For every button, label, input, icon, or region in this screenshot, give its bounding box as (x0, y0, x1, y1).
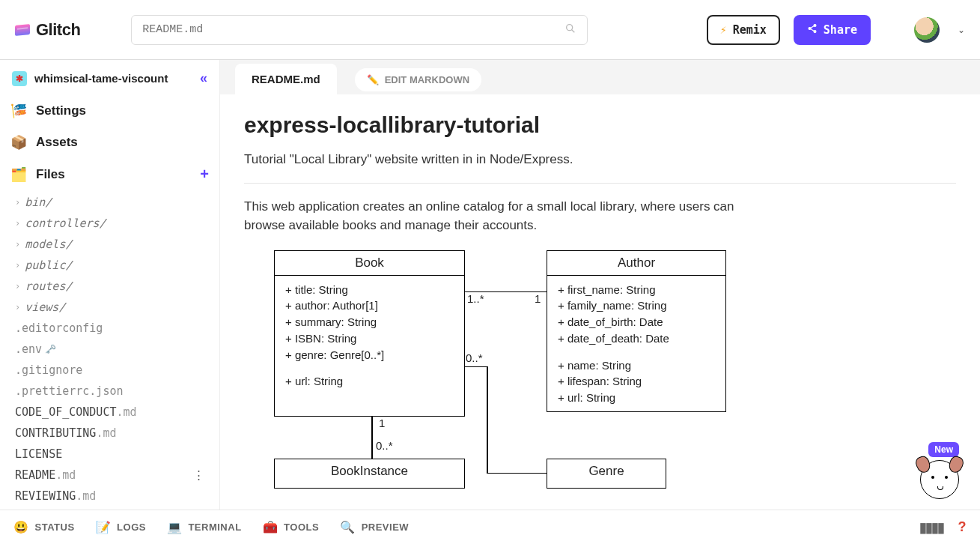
add-file-icon[interactable]: + (200, 166, 209, 183)
uml-class-genre: Genre (547, 459, 666, 489)
uml-class-book: Book + title: String+ author: Author[1]+… (274, 250, 465, 417)
avatar[interactable] (914, 17, 940, 43)
new-badge: New (928, 442, 959, 457)
uml-bookinstance-title: BookInstance (275, 459, 464, 483)
chevron-right-icon: › (15, 260, 20, 271)
share-label: Share (824, 23, 857, 37)
file-dir[interactable]: ›models/ (10, 234, 219, 255)
tabbar: README.md ✏️ EDIT MARKDOWN (220, 60, 980, 94)
glitch-mascot[interactable]: New (920, 453, 968, 505)
readme-intro: Tutorial "Local Library" website written… (244, 150, 753, 169)
uml-author-title: Author (547, 251, 725, 276)
svg-line-1 (572, 29, 575, 32)
dog-face-icon (920, 460, 959, 499)
readme-document: express-locallibrary-tutorial Tutorial "… (220, 94, 980, 510)
uml-mult-book-author-right: 1 (535, 292, 541, 305)
footer: 😃STATUS 📝LOGS 💻TERMINAL 🧰TOOLS 🔍PREVIEW … (0, 510, 980, 544)
glitch-logo-icon (15, 23, 30, 35)
file-dir[interactable]: ›controllers/ (10, 213, 219, 234)
sidebar: ✱ whimsical-tame-viscount « 🎏 Settings 📦… (0, 60, 220, 510)
sidebar-files[interactable]: 🗂️ Files + (0, 158, 219, 190)
editor-area: README.md ✏️ EDIT MARKDOWN express-local… (220, 60, 980, 510)
assets-icon: 📦 (10, 134, 27, 151)
file-item[interactable]: README.md⋮ (10, 465, 219, 486)
edit-markdown-button[interactable]: ✏️ EDIT MARKDOWN (355, 68, 481, 91)
file-item[interactable]: .prettierrc.json (10, 381, 219, 402)
file-item[interactable]: LICENSE (10, 444, 219, 465)
user-menu-caret-icon[interactable]: ⌄ (958, 25, 965, 35)
svg-point-0 (567, 24, 573, 30)
chevron-right-icon: › (15, 218, 20, 229)
svg-line-6 (811, 28, 815, 31)
key-icon: 🗝️ (45, 344, 56, 354)
footer-terminal[interactable]: 💻TERMINAL (167, 520, 242, 534)
readme-title: express-locallibrary-tutorial (244, 112, 956, 138)
uml-mult-book-genre: 0..* (466, 351, 483, 364)
file-dir[interactable]: ›routes/ (10, 276, 219, 297)
uml-line (487, 366, 488, 474)
uml-mult-book-author-left: 1..* (467, 292, 484, 305)
project-name: whimsical-tame-viscount (34, 72, 168, 85)
uml-line (465, 366, 487, 368)
footer-logs[interactable]: 📝LOGS (96, 520, 146, 534)
project-selector[interactable]: ✱ whimsical-tame-viscount « (0, 60, 219, 95)
share-button[interactable]: Share (794, 15, 871, 45)
edit-markdown-label: EDIT MARKDOWN (385, 74, 469, 85)
tab-readme[interactable]: README.md (235, 64, 337, 94)
sidebar-settings[interactable]: 🎏 Settings (0, 95, 219, 127)
footer-preview[interactable]: 🔍PREVIEW (340, 520, 409, 534)
uml-mult-book-bi-top: 1 (379, 417, 385, 429)
logs-icon: 📝 (96, 520, 112, 534)
file-item[interactable]: .editorconfig (10, 318, 219, 339)
uml-diagram: Book + title: String+ author: Author[1]+… (244, 250, 753, 510)
remix-button[interactable]: ⚡ Remix (707, 15, 780, 45)
files-icon: 🗂️ (10, 166, 27, 183)
files-label: Files (36, 167, 65, 182)
file-item[interactable]: CODE_OF_CONDUCT.md (10, 402, 219, 423)
assets-label: Assets (36, 135, 78, 150)
uml-class-author: Author + first_name: String+ family_name… (547, 250, 726, 412)
chevron-right-icon: › (15, 302, 20, 312)
file-item[interactable]: .env🗝️ (10, 339, 219, 360)
terminal-label: TERMINAL (188, 522, 241, 533)
tools-label: TOOLS (284, 522, 319, 533)
help-icon[interactable]: ? (958, 519, 967, 535)
footer-tools[interactable]: 🧰TOOLS (263, 520, 320, 534)
readme-desc: This web application creates an online c… (244, 197, 753, 235)
file-item[interactable]: .gitignore (10, 360, 219, 381)
search-input[interactable] (142, 23, 564, 36)
uml-book-title: Book (275, 251, 464, 276)
search-icon (564, 22, 576, 37)
uml-author-attrs: + first_name: String+ family_name: Strin… (547, 276, 725, 412)
search-box[interactable] (131, 15, 588, 45)
uml-class-bookinstance: BookInstance (274, 459, 465, 489)
file-item[interactable]: CONTRIBUTING.md (10, 423, 219, 444)
brand-name: Glitch (36, 20, 80, 40)
logs-label: LOGS (117, 522, 146, 533)
sidebar-assets[interactable]: 📦 Assets (0, 127, 219, 158)
uml-book-attrs: + title: String+ author: Author[1]+ summ… (275, 276, 464, 396)
chevron-right-icon: › (15, 239, 20, 250)
file-item[interactable]: REVIEWING.md (10, 486, 219, 507)
file-list: ›bin/›controllers/›models/›public/›route… (0, 190, 219, 510)
svg-line-5 (811, 25, 815, 28)
tools-icon: 🧰 (263, 520, 279, 534)
file-dir[interactable]: ›views/ (10, 297, 219, 318)
preview-icon: 🔍 (340, 520, 356, 534)
remix-label: Remix (733, 23, 767, 37)
file-dir[interactable]: ›public/ (10, 255, 219, 276)
header: Glitch ⚡ Remix Share ⌄ (0, 0, 980, 60)
divider (244, 183, 956, 184)
file-menu-icon[interactable]: ⋮ (193, 468, 206, 482)
footer-status[interactable]: 😃STATUS (13, 520, 75, 534)
chevron-right-icon: › (15, 197, 20, 208)
keyboard-shortcuts-icon[interactable]: ▮▮▮▮ (919, 519, 943, 536)
status-icon: 😃 (13, 520, 29, 534)
logo[interactable]: Glitch (15, 20, 80, 40)
chevron-right-icon: › (15, 281, 20, 291)
pencil-icon: ✏️ (367, 74, 379, 85)
file-dir[interactable]: ›bin/ (10, 192, 219, 213)
status-label: STATUS (35, 522, 75, 533)
uml-genre-title: Genre (547, 459, 666, 483)
collapse-sidebar-icon[interactable]: « (200, 70, 207, 86)
